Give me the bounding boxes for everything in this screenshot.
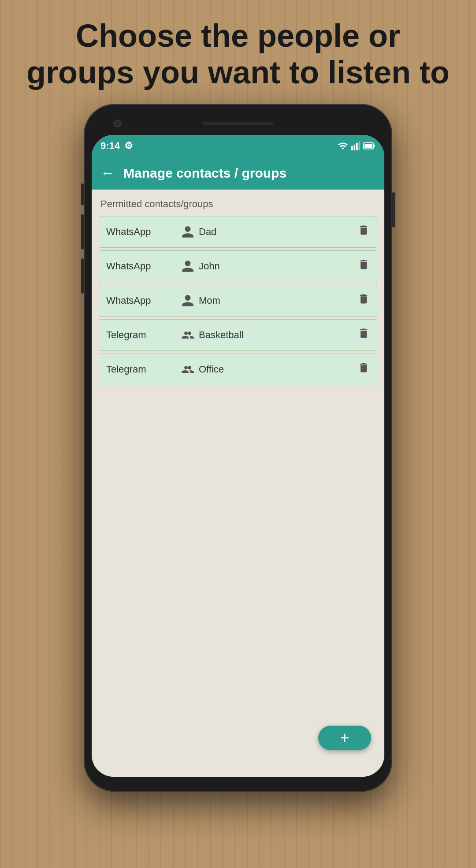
phone-frame: 9:14 ⚙	[0, 104, 476, 792]
contact-row-telegram-office[interactable]: Telegram Office	[99, 354, 377, 385]
group-icon	[177, 362, 199, 376]
contact-row-whatsapp-dad[interactable]: WhatsApp Dad	[99, 216, 377, 248]
status-icons	[338, 141, 376, 151]
battery-icon	[363, 141, 376, 151]
contact-name: Dad	[199, 226, 357, 238]
svg-rect-2	[356, 143, 358, 150]
delete-icon[interactable]	[357, 327, 370, 343]
svg-rect-1	[353, 145, 355, 150]
phone-top-bar	[92, 112, 384, 135]
contact-row-whatsapp-john[interactable]: WhatsApp John	[99, 250, 377, 282]
svg-rect-6	[364, 144, 372, 148]
contact-name: Basketball	[199, 329, 357, 341]
person-icon	[177, 294, 199, 308]
contact-app-label: WhatsApp	[106, 261, 177, 272]
contact-app-label: WhatsApp	[106, 226, 177, 238]
contact-name: Mom	[199, 295, 357, 306]
svg-rect-5	[373, 145, 375, 147]
contact-app-label: Telegram	[106, 364, 177, 375]
app-bar-title: Manage contacts / groups	[123, 166, 286, 181]
status-time: 9:14	[100, 140, 120, 152]
gear-icon: ⚙	[124, 140, 133, 152]
contact-row-telegram-basketball[interactable]: Telegram Basketball	[99, 319, 377, 351]
power-button	[392, 192, 395, 227]
camera-dot	[114, 119, 122, 127]
signal-icon	[351, 141, 361, 151]
phone-screen: 9:14 ⚙	[92, 135, 384, 777]
contact-app-label: WhatsApp	[106, 295, 177, 306]
delete-icon[interactable]	[357, 361, 370, 377]
delete-icon[interactable]	[357, 293, 370, 308]
app-bar: ← Manage contacts / groups	[92, 157, 384, 190]
wifi-icon	[338, 141, 348, 151]
person-icon	[177, 259, 199, 273]
status-bar: 9:14 ⚙	[92, 135, 384, 157]
back-button[interactable]: ←	[100, 165, 115, 181]
plus-icon: +	[340, 730, 349, 746]
delete-icon[interactable]	[357, 224, 370, 239]
svg-rect-3	[358, 142, 360, 150]
person-icon	[177, 225, 199, 239]
volume-mute-button	[81, 183, 84, 205]
volume-down-button	[81, 258, 84, 294]
content-area: Permitted contacts/groups WhatsApp Dad	[92, 190, 384, 777]
contact-app-label: Telegram	[106, 329, 177, 341]
section-label: Permitted contacts/groups	[99, 198, 377, 210]
page-headline: Choose the people or groups you want to …	[0, 0, 476, 100]
group-icon	[177, 328, 199, 342]
contact-list: WhatsApp Dad	[99, 216, 377, 385]
contact-name: Office	[199, 364, 357, 375]
svg-rect-0	[351, 146, 353, 150]
speaker-grille	[203, 122, 273, 125]
add-contact-button[interactable]: +	[318, 726, 371, 750]
volume-up-button	[81, 214, 84, 250]
delete-icon[interactable]	[357, 258, 370, 274]
contact-name: John	[199, 261, 357, 272]
contact-row-whatsapp-mom[interactable]: WhatsApp Mom	[99, 285, 377, 317]
